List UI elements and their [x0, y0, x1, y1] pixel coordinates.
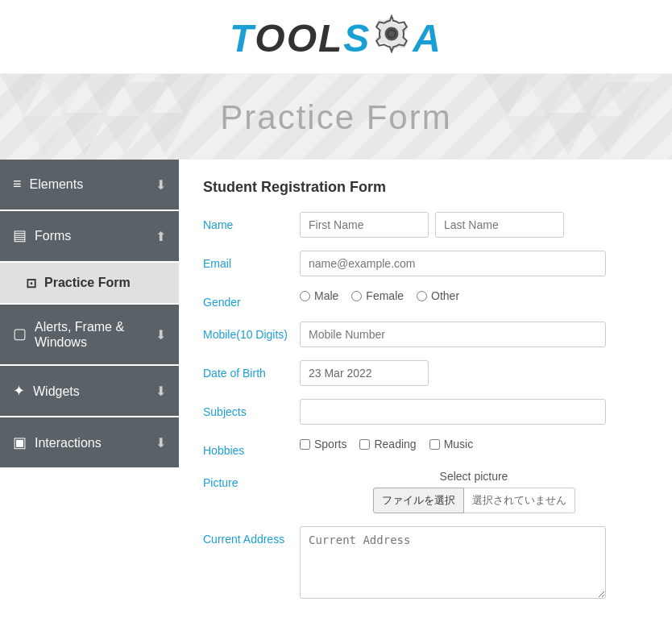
- gender-label: Gender: [203, 289, 300, 309]
- name-controls: [300, 212, 648, 238]
- gender-male-option[interactable]: Male: [300, 289, 338, 302]
- mobile-row: Mobile(10 Digits): [203, 322, 648, 347]
- gender-male-label: Male: [314, 289, 338, 302]
- form-area: Student Registration Form Name Email Gen…: [179, 160, 672, 631]
- select-picture-text: Select picture: [440, 470, 508, 483]
- sidebar-item-interactions-label: Interactions: [35, 435, 102, 450]
- file-choose-button[interactable]: ファイルを選択: [373, 488, 464, 513]
- email-label: Email: [203, 251, 300, 270]
- logo: T OOL S A: [230, 15, 442, 62]
- header: T OOL S A: [0, 0, 672, 74]
- hobby-reading-checkbox[interactable]: [359, 439, 370, 450]
- dob-input[interactable]: [300, 360, 429, 386]
- hero-title: Practice Form: [0, 98, 672, 137]
- gender-other-option[interactable]: Other: [417, 289, 459, 302]
- alerts-icon: ▢: [13, 326, 27, 343]
- sidebar-item-practice-form-label: Practice Form: [44, 276, 131, 290]
- gender-other-radio[interactable]: [417, 291, 427, 301]
- gender-male-radio[interactable]: [300, 291, 310, 301]
- main-layout: ≡ Elements ⬇ ▤ Forms ⬆ ⊡ Practice Form ▢…: [0, 160, 672, 631]
- dob-controls: [300, 360, 648, 386]
- mobile-label: Mobile(10 Digits): [203, 322, 300, 341]
- sidebar: ≡ Elements ⬇ ▤ Forms ⬆ ⊡ Practice Form ▢…: [0, 160, 179, 631]
- name-label: Name: [203, 212, 300, 231]
- logo-text-ools: OOL: [255, 16, 343, 60]
- hobby-sports-checkbox[interactable]: [300, 439, 310, 450]
- gender-female-option[interactable]: Female: [351, 289, 404, 302]
- hobbies-row: Hobbies Sports Reading Music: [203, 438, 648, 457]
- subjects-row: Subjects: [203, 399, 648, 425]
- name-row: Name: [203, 212, 648, 238]
- hero-banner: Practice Form: [0, 74, 672, 160]
- email-row: Email: [203, 251, 648, 276]
- subjects-label: Subjects: [203, 399, 300, 418]
- gear-icon: [372, 15, 411, 62]
- subjects-input[interactable]: [300, 399, 606, 425]
- mobile-input[interactable]: [300, 322, 606, 347]
- sidebar-item-widgets[interactable]: ✦ Widgets ⬇: [0, 366, 179, 416]
- forms-arrow-icon: ⬆: [156, 229, 166, 244]
- dob-label: Date of Birth: [203, 360, 300, 380]
- sidebar-item-interactions[interactable]: ▣ Interactions ⬇: [0, 417, 179, 467]
- practice-form-icon: ⊡: [26, 276, 36, 291]
- sidebar-item-elements-label: Elements: [30, 176, 84, 192]
- lastname-input[interactable]: [435, 212, 564, 238]
- interactions-icon: ▣: [13, 434, 27, 452]
- gender-row: Gender Male Female Other: [203, 289, 648, 309]
- gender-female-radio[interactable]: [351, 291, 362, 301]
- elements-arrow-icon: ⬇: [156, 177, 166, 193]
- email-input[interactable]: [300, 251, 606, 276]
- subjects-controls: [300, 399, 648, 425]
- gender-other-label: Other: [431, 289, 459, 302]
- gender-female-label: Female: [366, 289, 404, 302]
- picture-controls: Select picture ファイルを選択 選択されていません: [300, 470, 648, 513]
- sidebar-item-widgets-label: Widgets: [33, 384, 80, 399]
- sidebar-item-practice-form[interactable]: ⊡ Practice Form: [0, 263, 179, 303]
- hobby-sports-option[interactable]: Sports: [300, 438, 346, 450]
- form-title: Student Registration Form: [203, 179, 648, 196]
- address-row: Current Address: [203, 526, 648, 599]
- elements-icon: ≡: [13, 176, 22, 193]
- hobby-sports-label: Sports: [314, 438, 346, 450]
- svg-point-2: [388, 31, 395, 37]
- hobbies-controls: Sports Reading Music: [300, 438, 648, 450]
- email-controls: [300, 251, 648, 276]
- alerts-arrow-icon: ⬇: [156, 327, 166, 342]
- widgets-arrow-icon: ⬇: [156, 384, 166, 399]
- firstname-input[interactable]: [300, 212, 429, 238]
- interactions-arrow-icon: ⬇: [156, 435, 166, 450]
- hobby-music-label: Music: [444, 438, 474, 450]
- gender-controls: Male Female Other: [300, 289, 648, 302]
- sidebar-item-alerts-label: Alerts, Frame & Windows: [35, 319, 156, 350]
- logo-text-s: S: [343, 16, 371, 60]
- address-label: Current Address: [203, 526, 300, 546]
- sidebar-item-forms-label: Forms: [35, 228, 71, 243]
- file-input-row: ファイルを選択 選択されていません: [373, 488, 575, 513]
- sidebar-item-forms[interactable]: ▤ Forms ⬆: [0, 211, 179, 261]
- hobbies-label: Hobbies: [203, 438, 300, 457]
- mobile-controls: [300, 322, 648, 347]
- file-no-selected-text: 選択されていません: [464, 488, 575, 513]
- widgets-icon: ✦: [13, 383, 25, 401]
- logo-text-t: T: [230, 16, 255, 60]
- picture-label: Picture: [203, 470, 300, 489]
- sidebar-item-elements[interactable]: ≡ Elements ⬇: [0, 160, 179, 210]
- picture-row: Picture Select picture ファイルを選択 選択されていません: [203, 470, 648, 513]
- hobby-reading-label: Reading: [374, 438, 416, 450]
- hobby-music-option[interactable]: Music: [429, 438, 474, 450]
- sidebar-item-alerts[interactable]: ▢ Alerts, Frame & Windows ⬇: [0, 305, 179, 364]
- hobby-music-checkbox[interactable]: [429, 439, 440, 450]
- dob-row: Date of Birth: [203, 360, 648, 386]
- forms-icon: ▤: [13, 227, 27, 245]
- hobby-reading-option[interactable]: Reading: [359, 438, 416, 450]
- address-controls: [300, 526, 648, 599]
- address-textarea[interactable]: [300, 526, 606, 599]
- logo-text-qa: A: [413, 16, 442, 60]
